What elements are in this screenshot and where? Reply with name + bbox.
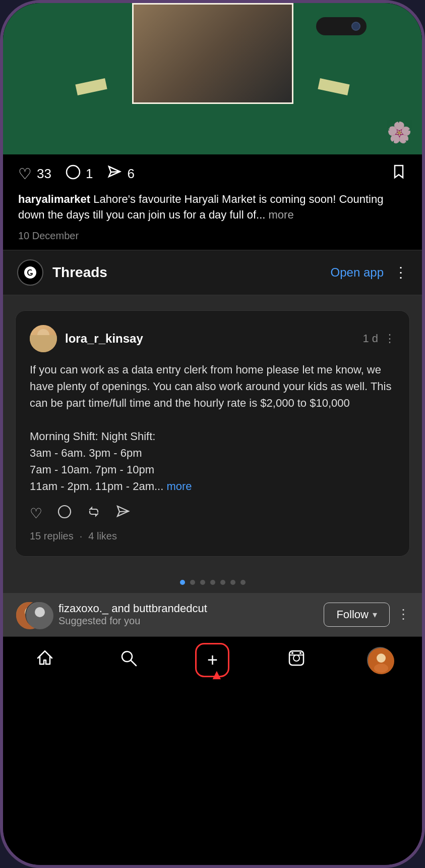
share-action[interactable]: 6: [107, 165, 134, 183]
thread-username[interactable]: lora_r_kinsay: [65, 332, 143, 346]
threads-logo-icon: [17, 259, 43, 286]
post-stats-bar: ♡ 33 1: [3, 154, 422, 190]
tape-decoration-right: [318, 78, 349, 95]
caption-username[interactable]: haryalimarket: [18, 193, 90, 205]
post-photo: [132, 3, 293, 104]
bookmark-action[interactable]: [391, 164, 407, 184]
suggestion-avatars: [15, 601, 50, 628]
thread-like-icon[interactable]: ♡: [30, 505, 42, 522]
pagination-dot-4: [210, 580, 215, 585]
bottom-navigation: + ▲: [3, 636, 422, 690]
thread-actions: ♡: [30, 505, 395, 522]
nav-profile[interactable]: [360, 645, 400, 675]
tape-decoration-left: [75, 78, 107, 95]
threads-content-area: lora_r_kinsay 1 d ⋮ If you can work as a…: [3, 295, 422, 572]
svg-point-5: [30, 325, 57, 352]
like-action[interactable]: ♡ 33: [18, 165, 51, 183]
svg-point-6: [58, 506, 71, 518]
thread-user: lora_r_kinsay: [30, 325, 143, 352]
thread-more-link[interactable]: more: [166, 480, 192, 493]
comment-action[interactable]: 1: [66, 165, 93, 183]
cursor-indicator: ▲: [210, 667, 224, 683]
nav-reels[interactable]: [276, 645, 317, 675]
shares-count: 6: [127, 166, 134, 182]
thread-card: lora_r_kinsay 1 d ⋮ If you can work as a…: [15, 310, 410, 557]
svg-point-19: [299, 652, 301, 654]
pagination-dot-1: [180, 580, 185, 585]
post-caption: haryalimarket Lahore's favourite Haryali…: [3, 190, 422, 227]
phone-frame: 🌸 ♡ 33 1: [0, 0, 425, 868]
svg-point-22: [374, 664, 388, 673]
home-icon: [36, 649, 54, 671]
thread-meta: 1 d ⋮: [362, 332, 395, 345]
thread-avatar: [30, 325, 57, 352]
svg-point-13: [122, 652, 132, 662]
add-button-box[interactable]: + ▲: [195, 643, 229, 677]
thread-replies-count: 15 replies: [30, 530, 74, 542]
svg-line-8: [119, 511, 129, 512]
suggestion-more-icon[interactable]: ⋮: [397, 607, 410, 622]
thread-body: If you can work as a data entry clerk fr…: [30, 361, 395, 495]
thread-repost-icon[interactable]: [87, 505, 101, 522]
phone-screen: 🌸 ♡ 33 1: [3, 3, 422, 865]
post-image: 🌸: [3, 3, 422, 154]
likes-count: 33: [37, 166, 51, 182]
pagination-dot-3: [200, 580, 205, 585]
suggestion-left: fizaxoxo._ and buttbrandedcut Suggested …: [15, 601, 207, 628]
comments-count: 1: [86, 166, 93, 182]
threads-more-icon[interactable]: ⋮: [394, 264, 408, 281]
thread-time: 1 d: [362, 332, 378, 345]
thread-comment-icon[interactable]: [57, 505, 72, 522]
pagination-dot-2: [190, 580, 195, 585]
nav-home[interactable]: [25, 645, 65, 675]
suggestion-avatar-2: [25, 601, 52, 628]
thread-stats-dot: ·: [80, 530, 83, 542]
caption-more[interactable]: more: [269, 208, 294, 221]
thread-stats: 15 replies · 4 likes: [30, 530, 395, 542]
threads-title: Threads: [52, 264, 107, 281]
threads-banner-left: Threads: [17, 259, 107, 286]
thread-body-paragraph-2: Morning Shift: Night Shift:3am - 6am. 3p…: [30, 428, 395, 495]
svg-point-0: [67, 166, 80, 179]
thread-body-paragraph-1: If you can work as a data entry clerk fr…: [30, 361, 395, 411]
caption-text: haryalimarket Lahore's favourite Haryali…: [18, 193, 383, 221]
svg-point-21: [377, 654, 386, 663]
heart-icon: ♡: [18, 165, 32, 183]
post-actions-left: ♡ 33 1: [18, 165, 135, 183]
camera-dot: [351, 22, 360, 31]
threads-banner: Threads Open app ⋮: [3, 250, 422, 295]
suggestion-label: Suggested for you: [58, 615, 207, 627]
follow-button[interactable]: Follow ▾: [324, 603, 390, 627]
pagination-dot-7: [240, 580, 246, 585]
pagination-dots: [3, 572, 422, 593]
follow-chevron-icon: ▾: [373, 609, 377, 620]
svg-point-16: [293, 655, 299, 661]
comment-icon: [66, 165, 81, 183]
suggestion-names: fizaxoxo._ and buttbrandedcut: [58, 602, 207, 615]
search-icon: [119, 649, 138, 671]
suggestion-right: Follow ▾ ⋮: [324, 603, 410, 627]
svg-line-14: [131, 661, 136, 666]
thread-more-icon[interactable]: ⋮: [384, 332, 395, 345]
nav-add[interactable]: + ▲: [192, 645, 232, 675]
camera-notch: [316, 17, 367, 35]
post-date: 10 December: [3, 227, 422, 250]
pagination-dot-6: [230, 580, 235, 585]
svg-line-2: [111, 172, 120, 172]
thread-header: lora_r_kinsay 1 d ⋮: [30, 325, 395, 352]
svg-point-12: [35, 607, 45, 617]
open-app-button[interactable]: Open app: [331, 265, 384, 280]
pagination-dot-5: [220, 580, 225, 585]
follow-label: Follow: [336, 608, 369, 621]
thread-share-icon[interactable]: [116, 505, 130, 522]
floral-decoration: 🌸: [387, 121, 412, 144]
threads-banner-right: Open app ⋮: [331, 264, 408, 281]
profile-avatar[interactable]: [367, 647, 393, 673]
suggestion-bar: fizaxoxo._ and buttbrandedcut Suggested …: [3, 593, 422, 636]
send-icon: [107, 165, 122, 183]
reels-icon: [287, 649, 306, 671]
nav-search[interactable]: [108, 645, 149, 675]
suggestion-text: fizaxoxo._ and buttbrandedcut Suggested …: [58, 602, 207, 627]
svg-point-18: [291, 652, 293, 654]
thread-likes-count: 4 likes: [88, 530, 117, 542]
